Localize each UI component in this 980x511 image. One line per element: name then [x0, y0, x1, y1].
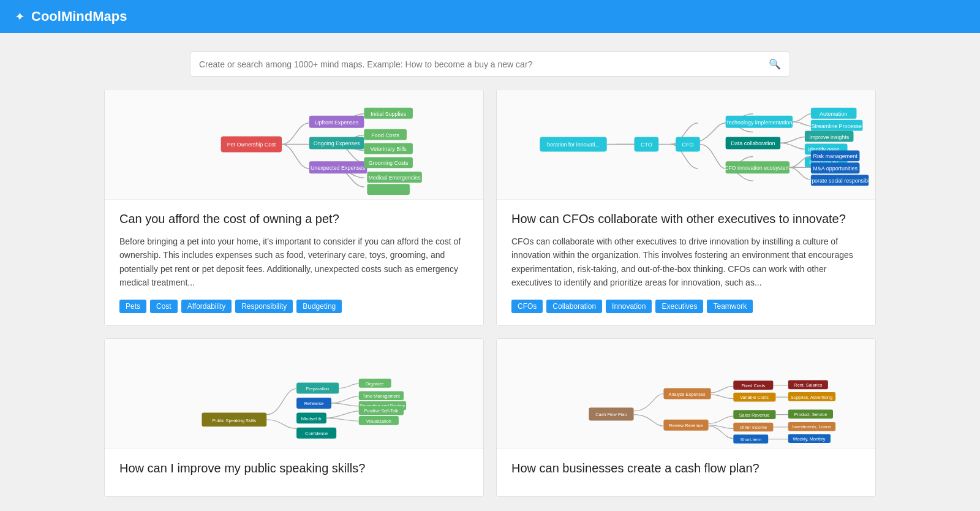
tag-cost[interactable]: Cost	[150, 300, 178, 313]
tag-affordability[interactable]: Affordability	[181, 300, 232, 313]
svg-text:Preparation: Preparation	[306, 385, 329, 391]
card-speaking-title: How can I improve my public speaking ski…	[119, 461, 469, 475]
tag-executives[interactable]: Executives	[655, 300, 703, 313]
tag-cfos[interactable]: CFOs	[511, 300, 543, 313]
card-cfo-content: How can CFOs collaborate with other exec…	[497, 200, 875, 325]
svg-text:Improve insights: Improve insights	[809, 134, 850, 140]
svg-text:Veterinary Bills: Veterinary Bills	[371, 146, 407, 152]
tag-pets[interactable]: Pets	[119, 300, 146, 313]
card-cashflow-content: How can businesses create a cash flow pl…	[497, 449, 875, 496]
card-cfo-title: How can CFOs collaborate with other exec…	[511, 212, 861, 226]
svg-text:Public Speaking Skills: Public Speaking Skills	[213, 417, 257, 423]
svg-text:Upfront Expenses: Upfront Expenses	[315, 119, 359, 126]
svg-text:Rehearse: Rehearse	[304, 401, 324, 406]
card-cashflow-diagram: Cash Flow Plan Analyze Expenses Review R…	[497, 339, 875, 449]
card-pets-content: Can you afford the cost of owning a pet?…	[105, 200, 483, 325]
tag-innovation[interactable]: Innovation	[606, 300, 652, 313]
search-bar: 🔍	[190, 51, 790, 77]
card-cashflow: Cash Flow Plan Analyze Expenses Review R…	[496, 338, 876, 497]
svg-text:Initial Supplies: Initial Supplies	[371, 111, 406, 117]
card-pets-title: Can you afford the cost of owning a pet?	[119, 212, 469, 226]
svg-text:CFO: CFO	[682, 142, 694, 148]
svg-rect-18	[367, 184, 410, 195]
card-cashflow-title: How can businesses create a cash flow pl…	[511, 461, 861, 475]
search-container: 🔍	[0, 33, 980, 89]
svg-text:Risk management: Risk management	[813, 153, 858, 159]
svg-text:Visualization: Visualization	[366, 418, 391, 423]
tag-collaboration[interactable]: Collaboration	[546, 300, 602, 313]
card-cfo-description: CFOs can collaborate with other executiv…	[511, 235, 861, 290]
svg-text:Analyze Expenses: Analyze Expenses	[669, 391, 706, 396]
svg-text:Positive Self-Talk: Positive Self-Talk	[364, 408, 399, 414]
svg-text:Variable Costs: Variable Costs	[740, 395, 769, 400]
svg-text:Grooming Costs: Grooming Costs	[369, 160, 409, 166]
svg-text:Other Income: Other Income	[740, 425, 767, 430]
svg-text:Pet Ownership Cost: Pet Ownership Cost	[227, 142, 276, 148]
svg-text:CTO: CTO	[641, 142, 652, 148]
svg-text:Short-term: Short-term	[740, 436, 761, 442]
logo-icon: ✦	[15, 9, 25, 24]
svg-text:Rent, Salaries: Rent, Salaries	[794, 382, 822, 388]
card-pets-description: Before bringing a pet into your home, it…	[119, 235, 469, 290]
svg-text:Product, Service: Product, Service	[794, 412, 827, 417]
svg-text:Food Costs: Food Costs	[371, 132, 399, 138]
app-title: CoolMindMaps	[31, 9, 127, 25]
svg-text:Cash Flow Plan: Cash Flow Plan	[595, 412, 627, 417]
svg-text:Time Management: Time Management	[363, 393, 400, 399]
svg-text:Fixed Costs: Fixed Costs	[742, 382, 766, 388]
svg-text:Investments, Loans: Investments, Loans	[792, 424, 831, 430]
svg-text:Medical Emergencies: Medical Emergencies	[368, 175, 421, 181]
speaking-mindmap-svg: Public Speaking Skills Preparation Rehea…	[105, 339, 483, 449]
card-speaking-diagram: Public Speaking Skills Preparation Rehea…	[105, 339, 483, 449]
svg-text:Confidence: Confidence	[305, 431, 328, 436]
tag-responsibility[interactable]: Responsibility	[235, 300, 293, 313]
header: ✦ CoolMindMaps	[0, 0, 980, 33]
tag-budgeting[interactable]: Budgeting	[296, 300, 342, 313]
svg-text:boration for innovati...: boration for innovati...	[547, 142, 600, 148]
svg-text:Corporate social responsibili.: Corporate social responsibili...	[803, 178, 875, 184]
svg-text:Supplies, Advertising: Supplies, Advertising	[791, 394, 832, 399]
card-cfo-tags: CFOs Collaboration Innovation Executives…	[511, 300, 861, 313]
card-pets: Pet Ownership Cost Upfront Expenses Ongo…	[104, 89, 484, 326]
tag-teamwork[interactable]: Teamwork	[707, 300, 753, 313]
pets-mindmap-svg: Pet Ownership Cost Upfront Expenses Ongo…	[105, 89, 483, 199]
card-cfo: boration for innovati... CTO CFO Technol…	[496, 89, 876, 326]
card-speaking: Public Speaking Skills Preparation Rehea…	[104, 338, 484, 497]
svg-text:Technology implementation: Technology implementation	[726, 119, 792, 126]
cashflow-mindmap-svg: Cash Flow Plan Analyze Expenses Review R…	[497, 339, 875, 449]
svg-text:Review Revenue: Review Revenue	[669, 423, 703, 428]
cards-grid: Pet Ownership Cost Upfront Expenses Ongo…	[92, 89, 888, 511]
svg-text:M&A opportunities: M&A opportunities	[813, 165, 858, 172]
card-pets-tags: Pets Cost Affordability Responsibility B…	[119, 300, 469, 313]
svg-text:CFO innovation ecosystem: CFO innovation ecosystem	[725, 165, 790, 171]
search-input[interactable]	[199, 59, 769, 69]
svg-text:Organize: Organize	[366, 380, 384, 386]
search-icon: 🔍	[769, 58, 781, 70]
svg-text:Mindset ⊕: Mindset ⊕	[301, 415, 322, 421]
svg-text:Data collaboration: Data collaboration	[731, 140, 775, 146]
svg-text:Streamline Processe: Streamline Processe	[811, 123, 861, 129]
svg-text:Unexpected Expenses: Unexpected Expenses	[311, 165, 366, 171]
svg-text:Ongoing Expenses: Ongoing Expenses	[314, 140, 360, 146]
card-pets-diagram: Pet Ownership Cost Upfront Expenses Ongo…	[105, 89, 483, 200]
svg-text:Sales Revenue: Sales Revenue	[739, 412, 770, 417]
card-cfo-diagram: boration for innovati... CTO CFO Technol…	[497, 89, 875, 200]
cfo-mindmap-svg: boration for innovati... CTO CFO Technol…	[497, 89, 875, 199]
svg-text:Weekly, Monthly: Weekly, Monthly	[793, 436, 825, 442]
card-speaking-content: How can I improve my public speaking ski…	[105, 449, 483, 496]
svg-text:Automation: Automation	[820, 111, 847, 117]
